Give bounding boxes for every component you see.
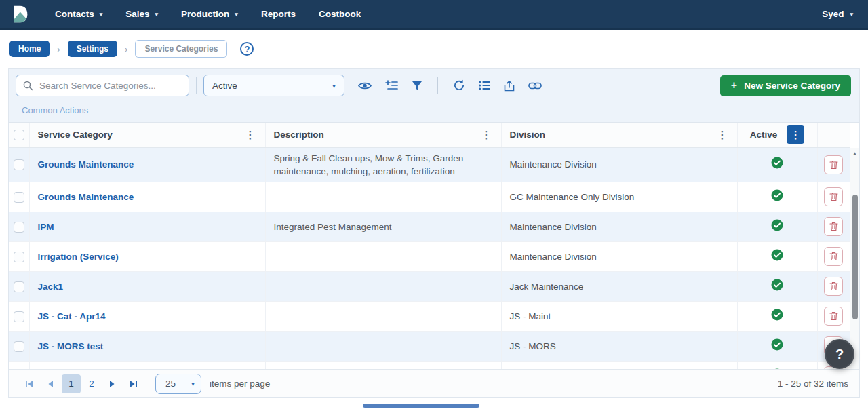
breadcrumb-separator: › — [57, 44, 60, 54]
service-category-link[interactable]: Irrigation (Service) — [38, 252, 119, 262]
delete-button[interactable] — [824, 277, 843, 296]
column-menu-icon[interactable]: ⋮ — [716, 129, 729, 141]
active-check-icon — [771, 338, 783, 351]
nav-sales[interactable]: Sales ▾ — [125, 9, 158, 19]
status-filter-select[interactable]: Active ▾ — [203, 75, 344, 96]
new-service-category-button[interactable]: + New Service Category — [720, 75, 851, 96]
page-size-select[interactable]: 25 ▾ — [155, 374, 201, 394]
visibility-eye-icon[interactable] — [358, 81, 372, 90]
row-checkbox[interactable] — [14, 159, 24, 170]
table-row: JS - MORS testJS - MORS — [9, 331, 850, 361]
row-checkbox[interactable] — [14, 222, 24, 233]
nav-reports-label: Reports — [261, 9, 296, 19]
list-view-icon[interactable] — [479, 81, 490, 90]
table-row: Grounds MaintenanceGC Maintenance Only D… — [9, 182, 850, 212]
nav-production[interactable]: Production ▾ — [181, 9, 238, 19]
row-checkbox[interactable] — [14, 281, 24, 292]
nav-contacts[interactable]: Contacts ▾ — [55, 9, 102, 19]
table-row: Irrigation (Service)Maintenance Division — [9, 241, 850, 271]
division-cell: Maintenance Division — [501, 241, 737, 271]
division-cell: JS - MORS — [501, 331, 737, 361]
trash-icon — [829, 192, 838, 201]
row-checkbox[interactable] — [14, 311, 24, 322]
delete-button[interactable] — [824, 247, 843, 266]
breadcrumb-settings[interactable]: Settings — [68, 41, 117, 57]
table-row: Grounds MaintenanceSpring & Fall Clean u… — [9, 147, 850, 182]
active-check-icon — [771, 309, 783, 321]
scroll-up-icon[interactable]: ▲ — [850, 148, 859, 157]
delete-button[interactable] — [824, 307, 843, 326]
service-category-link[interactable]: Grounds Maintenance — [38, 159, 134, 170]
row-checkbox[interactable] — [14, 192, 24, 203]
nav-costbook[interactable]: Costbook — [319, 9, 361, 19]
nav-reports[interactable]: Reports — [261, 9, 296, 19]
refresh-icon[interactable] — [453, 79, 465, 92]
column-header-active: Active — [750, 130, 778, 140]
column-header-description: Description — [274, 130, 324, 140]
page-button-2[interactable]: 2 — [83, 374, 100, 393]
column-header-service-category: Service Category — [38, 130, 113, 140]
search-input[interactable] — [39, 81, 182, 91]
description-cell: Integrated Pest Management — [265, 212, 501, 241]
trash-icon — [829, 160, 838, 170]
column-menu-icon[interactable]: ⋮ — [480, 129, 493, 141]
add-filter-icon[interactable] — [385, 80, 398, 91]
delete-button[interactable] — [824, 155, 843, 174]
breadcrumb-home[interactable]: Home — [9, 41, 50, 57]
chevron-down-icon: ▾ — [332, 82, 336, 90]
search-box[interactable] — [16, 75, 189, 96]
common-actions-link[interactable]: Common Actions — [9, 102, 859, 122]
last-page-button[interactable] — [123, 374, 142, 393]
division-cell: GC Maintenance Only Division — [501, 182, 737, 212]
toolbar-divider — [196, 77, 197, 94]
table-row: Jack1Jack Maintenance — [9, 271, 850, 301]
row-checkbox[interactable] — [14, 341, 24, 352]
description-cell — [265, 182, 501, 212]
chevron-down-icon: ▾ — [850, 10, 853, 18]
floating-help-button[interactable]: ? — [825, 339, 854, 369]
scrollbar-thumb[interactable] — [852, 195, 858, 319]
next-page-button[interactable] — [102, 374, 121, 393]
vertical-scrollbar[interactable]: ▲ — [850, 148, 859, 372]
active-check-icon — [771, 189, 783, 201]
export-icon[interactable] — [504, 80, 515, 92]
active-check-icon — [771, 279, 783, 291]
items-per-page-label: items per page — [210, 378, 270, 389]
division-cell: Maintenance Division — [501, 212, 737, 241]
row-checkbox[interactable] — [14, 252, 24, 262]
breadcrumb: Home › Settings › Service Categories ? — [0, 30, 868, 68]
nav-sales-label: Sales — [125, 9, 149, 19]
table-header-row: Service Category ⋮ Description ⋮ Divisio… — [9, 123, 850, 147]
chevron-down-icon: ▾ — [155, 10, 159, 18]
service-categories-grid: Service Category ⋮ Description ⋮ Divisio… — [9, 122, 859, 372]
service-category-link[interactable]: Jack1 — [38, 281, 64, 292]
delete-button[interactable] — [824, 217, 843, 236]
service-category-link[interactable]: Grounds Maintenance — [38, 192, 134, 202]
description-cell: Spring & Fall Clean ups, Mow & Trims, Ga… — [265, 147, 501, 182]
description-cell — [265, 271, 501, 301]
column-menu-icon[interactable]: ⋮ — [244, 129, 257, 141]
service-category-link[interactable]: JS - MORS test — [38, 341, 104, 351]
page-button-1[interactable]: 1 — [62, 374, 81, 393]
description-cell — [265, 241, 501, 271]
select-all-checkbox[interactable] — [14, 130, 24, 140]
horizontal-scrollbar-thumb[interactable] — [363, 404, 479, 408]
pagination-range-label: 1 - 25 of 32 items — [778, 378, 848, 389]
table-row: IPMIntegrated Pest ManagementMaintenance… — [9, 212, 850, 241]
delete-button[interactable] — [824, 187, 843, 206]
page-help-icon[interactable]: ? — [240, 42, 254, 56]
service-category-link[interactable]: IPM — [38, 222, 54, 232]
service-category-link[interactable]: JS - Cat - Apr14 — [38, 311, 106, 322]
previous-page-button[interactable] — [41, 374, 60, 393]
division-cell: Maintenance Division — [501, 147, 737, 182]
breadcrumb-current: Service Categories — [135, 40, 227, 58]
column-menu-icon-active[interactable]: ⋮ — [787, 125, 804, 144]
trash-icon — [829, 311, 838, 321]
toolbar-divider — [437, 77, 438, 94]
link-icon[interactable] — [528, 82, 542, 90]
table-body: Grounds MaintenanceSpring & Fall Clean u… — [9, 147, 850, 372]
filter-funnel-icon[interactable] — [412, 81, 422, 91]
brand-logo-icon[interactable] — [9, 4, 29, 24]
first-page-button[interactable] — [20, 374, 39, 393]
user-menu[interactable]: Syed ▾ — [822, 9, 853, 19]
